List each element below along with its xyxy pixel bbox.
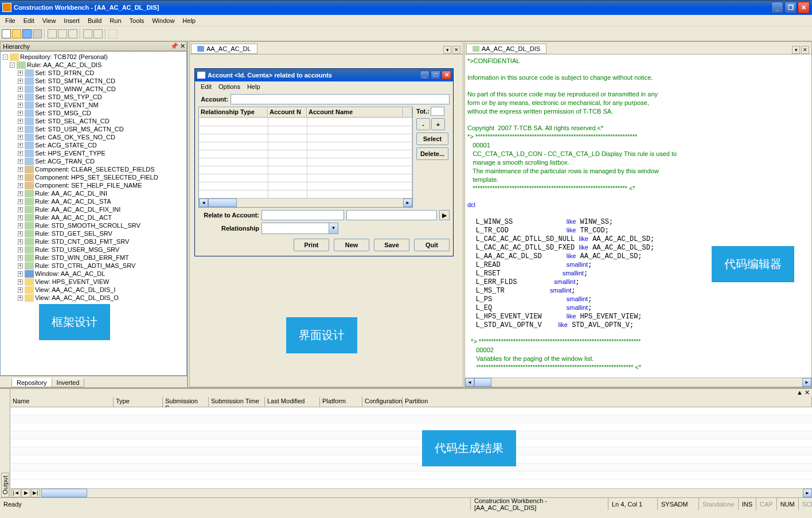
col-name[interactable]: Name	[10, 397, 114, 407]
expand-icon[interactable]: +	[18, 255, 23, 260]
scroll-thumb[interactable]	[208, 198, 237, 207]
scroll-right-icon[interactable]: ►	[403, 198, 412, 207]
form-close-button[interactable]: ✕	[442, 71, 451, 80]
expand-icon[interactable]: +	[18, 215, 23, 220]
print-icon[interactable]	[83, 29, 92, 38]
minus-button[interactable]: -	[416, 118, 430, 130]
expand-icon[interactable]: -	[10, 63, 15, 68]
tree-item-label[interactable]: Rule: AA_AC_AC_DL_FIX_INI	[35, 205, 120, 213]
menu-window[interactable]: Window	[148, 16, 178, 25]
chevron-down-icon[interactable]: ▼	[329, 223, 338, 233]
tree-item-label[interactable]: Component: CLEAR_SELECTED_FIELDS	[35, 165, 154, 173]
tab-close-icon[interactable]: ✕	[801, 46, 809, 54]
doc-tab-code[interactable]: AA_AC_AC_DL_DIS	[466, 44, 546, 54]
cut-icon[interactable]	[48, 29, 57, 38]
tree-item-label[interactable]: Set: STD_WINW_ACTN_CD	[35, 85, 116, 93]
tree-item-label[interactable]: View: AA_AC_AC_DL_DIS_I	[35, 286, 115, 294]
expand-icon[interactable]: +	[18, 135, 23, 140]
expand-icon[interactable]: +	[18, 159, 23, 164]
tree-item-label[interactable]: Rule: AA_AC_AC_DL_INI	[35, 189, 107, 197]
tab-inverted[interactable]: Inverted	[52, 378, 85, 387]
tree-item-label[interactable]: Window: AA_AC_AC_DL	[35, 270, 105, 278]
expand-icon[interactable]: -	[3, 54, 8, 60]
col-configuration[interactable]: Configuration	[362, 397, 403, 407]
new-icon[interactable]	[2, 29, 11, 38]
scroll-left-icon[interactable]: ◄	[465, 378, 474, 387]
output-tab[interactable]: Output	[0, 389, 10, 497]
menu-tools[interactable]: Tools	[126, 16, 149, 25]
expand-icon[interactable]: +	[18, 231, 23, 236]
relationship-combo[interactable]: ▼	[261, 223, 338, 234]
expand-icon[interactable]: +	[18, 223, 23, 228]
minimize-button[interactable]: _	[771, 2, 783, 14]
tree-rule[interactable]: Rule: AA_AC_AC_DL_DIS	[27, 61, 102, 69]
select-button[interactable]: Select	[416, 133, 448, 145]
tree-item-label[interactable]: Set: STD_MS_TYP_CD	[35, 93, 102, 101]
tree-item-label[interactable]: Rule: STD_CNT_OBJ_FMT_SRV	[35, 237, 129, 246]
scroll-right-icon[interactable]: ►	[803, 489, 812, 497]
expand-icon[interactable]: +	[18, 119, 23, 124]
relate-input-2[interactable]	[346, 210, 437, 220]
expand-icon[interactable]: +	[18, 199, 23, 204]
quit-button[interactable]: Quit	[414, 239, 450, 251]
open-icon[interactable]	[12, 29, 21, 38]
tree-item-label[interactable]: Set: STD_MSG_CD	[35, 109, 91, 117]
form-menu-options[interactable]: Options	[215, 83, 244, 91]
tab-dropdown-icon[interactable]: ▾	[443, 46, 451, 54]
tree-item-label[interactable]: Set: STD_EVENT_NM	[35, 101, 99, 109]
expand-icon[interactable]: +	[18, 247, 23, 252]
find-icon[interactable]	[93, 29, 103, 38]
form-menu-edit[interactable]: Edit	[197, 83, 215, 91]
scroll-right-icon[interactable]: ►	[802, 378, 811, 387]
tree-item-label[interactable]: Set: STD_SEL_ACTN_CD	[35, 117, 110, 125]
tab-repository[interactable]: Repository	[11, 378, 52, 387]
tree-item-label[interactable]: Set: ACG_STATE_CD	[35, 141, 97, 149]
expand-icon[interactable]: +	[18, 95, 23, 100]
print-button[interactable]: Print	[294, 239, 329, 251]
scroll-thumb[interactable]	[41, 489, 87, 497]
restore-button[interactable]: ❐	[784, 2, 797, 14]
tree-item-label[interactable]: Set: STD_USR_MS_ACTN_CD	[35, 125, 124, 133]
go-button[interactable]: ▶	[439, 210, 450, 220]
expand-icon[interactable]: +	[18, 103, 23, 108]
col-last-modified[interactable]: Last Modified	[265, 397, 320, 407]
doc-tab-form[interactable]: AA_AC_AC_DL	[191, 44, 257, 54]
delete-button[interactable]: Delete...	[416, 147, 448, 160]
tree-item-label[interactable]: Set: HPS_EVENT_TYPE	[35, 149, 106, 157]
tree-item-label[interactable]: Rule: STD_WIN_OBJ_ERR_FMT	[35, 254, 129, 262]
col-platform[interactable]: Platform	[320, 397, 362, 407]
expand-icon[interactable]: +	[18, 295, 23, 301]
scroll-thumb[interactable]	[474, 378, 491, 387]
relationship-grid[interactable]: Relationship Type Account N Account Name…	[198, 107, 413, 208]
form-maximize-button[interactable]: □	[431, 71, 440, 80]
form-menu-help[interactable]: Help	[244, 83, 264, 91]
play-icon[interactable]: ▶	[21, 489, 30, 497]
output-rows[interactable]: 代码生成结果	[10, 407, 812, 488]
expand-icon[interactable]: +	[18, 207, 23, 212]
expand-icon[interactable]: +	[18, 279, 23, 285]
expand-icon[interactable]: +	[18, 271, 23, 276]
tree-item-label[interactable]: Rule: STD_CTRL_ADTI_MAS_SRV	[35, 262, 135, 270]
paste-icon[interactable]	[68, 29, 77, 38]
menu-file[interactable]: File	[1, 16, 19, 25]
tree-item-label[interactable]: Rule: STD_GET_SEL_SRV	[35, 229, 112, 237]
last-icon[interactable]: ▶|	[31, 489, 40, 497]
save-button[interactable]: Save	[374, 239, 409, 251]
menu-edit[interactable]: Edit	[19, 16, 38, 25]
scroll-left-icon[interactable]: ◄	[199, 198, 208, 207]
expand-icon[interactable]: +	[18, 167, 23, 172]
code-editor[interactable]: *>CONFIDENTIAL Information in this sourc…	[465, 54, 811, 387]
expand-icon[interactable]: +	[18, 151, 23, 156]
tab-dropdown-icon[interactable]: ▾	[792, 46, 800, 54]
save-all-icon[interactable]	[33, 29, 42, 38]
expand-icon[interactable]: +	[18, 183, 23, 188]
col-account-n[interactable]: Account N	[268, 107, 307, 118]
tab-close-icon[interactable]: ✕	[452, 46, 460, 54]
expand-icon[interactable]: +	[18, 111, 23, 116]
tree-item-label[interactable]: View: AA_AC_AC_DL_DIS_O	[35, 294, 119, 302]
tree-item-label[interactable]: Rule: STD_USER_MSG_SRV	[35, 246, 119, 254]
tree-item-label[interactable]: Rule: AA_AC_AC_DL_STA	[35, 197, 111, 205]
tree-root[interactable]: Repository: TCB702 (Personal)	[20, 53, 108, 61]
col-partition[interactable]: Partition	[403, 397, 812, 407]
copy-icon[interactable]	[58, 29, 67, 38]
